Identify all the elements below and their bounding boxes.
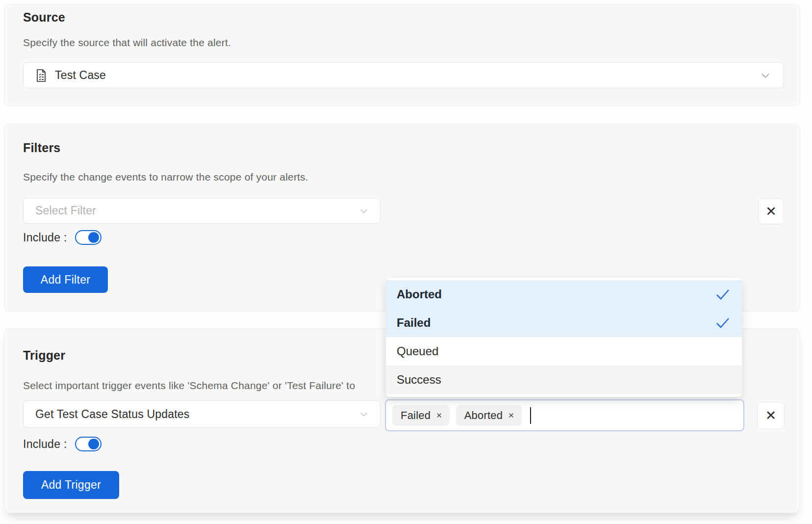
check-icon — [715, 317, 730, 329]
selected-tag: Aborted ✕ — [456, 405, 522, 426]
option-queued[interactable]: Queued — [386, 337, 742, 366]
option-label: Queued — [397, 344, 438, 358]
trigger-select-value: Get Test Case Status Updates — [35, 408, 190, 421]
selected-tag: Failed ✕ — [392, 405, 450, 426]
chevron-down-icon — [358, 206, 369, 216]
source-description: Specify the source that will activate th… — [23, 37, 231, 49]
trigger-select[interactable]: Get Test Case Status Updates — [23, 400, 381, 428]
remove-tag-icon[interactable]: ✕ — [508, 411, 514, 420]
filters-title: Filters — [23, 141, 60, 155]
option-label: Failed — [397, 316, 431, 330]
remove-filter-button[interactable]: ✕ — [758, 198, 784, 224]
source-title: Source — [23, 10, 65, 25]
filter-include-row: Include : — [23, 230, 102, 245]
include-label: Include : — [23, 231, 67, 244]
option-label: Aborted — [397, 288, 442, 301]
alert-config-page: Source Specify the source that will acti… — [0, 0, 812, 524]
toggle-knob — [88, 232, 99, 243]
toggle-knob — [88, 439, 99, 449]
chevron-down-icon — [760, 70, 771, 81]
trigger-title: Trigger — [23, 348, 65, 363]
include-toggle[interactable] — [75, 437, 102, 451]
remove-tag-icon[interactable]: ✕ — [436, 411, 442, 420]
check-icon — [715, 288, 730, 300]
chevron-down-icon — [358, 409, 369, 419]
source-section: Source Specify the source that will acti… — [4, 4, 800, 106]
tag-label: Failed — [401, 409, 431, 422]
source-select-value: Test Case — [55, 69, 106, 82]
trigger-include-row: Include : — [23, 437, 102, 451]
tag-label: Aborted — [464, 409, 503, 422]
filters-description: Specify the change events to narrow the … — [23, 171, 308, 183]
status-options-dropdown: Aborted Failed Queued Success — [386, 278, 742, 397]
filter-select-placeholder: Select Filter — [35, 204, 96, 217]
option-aborted[interactable]: Aborted — [386, 280, 742, 309]
text-cursor — [530, 407, 531, 424]
include-label: Include : — [23, 438, 67, 451]
remove-trigger-button[interactable]: ✕ — [757, 402, 785, 429]
option-success[interactable]: Success — [386, 366, 742, 394]
source-select[interactable]: Test Case — [23, 62, 784, 88]
test-case-document-icon — [35, 69, 47, 82]
option-failed[interactable]: Failed — [386, 309, 742, 337]
filter-select[interactable]: Select Filter — [23, 198, 381, 224]
add-trigger-button[interactable]: Add Trigger — [23, 471, 119, 499]
option-label: Success — [397, 373, 441, 387]
add-filter-button[interactable]: Add Filter — [23, 266, 108, 293]
trigger-description: Select important trigger events like 'Sc… — [23, 380, 390, 392]
trigger-status-multiselect[interactable]: Failed ✕ Aborted ✕ — [385, 399, 744, 431]
include-toggle[interactable] — [75, 230, 102, 245]
